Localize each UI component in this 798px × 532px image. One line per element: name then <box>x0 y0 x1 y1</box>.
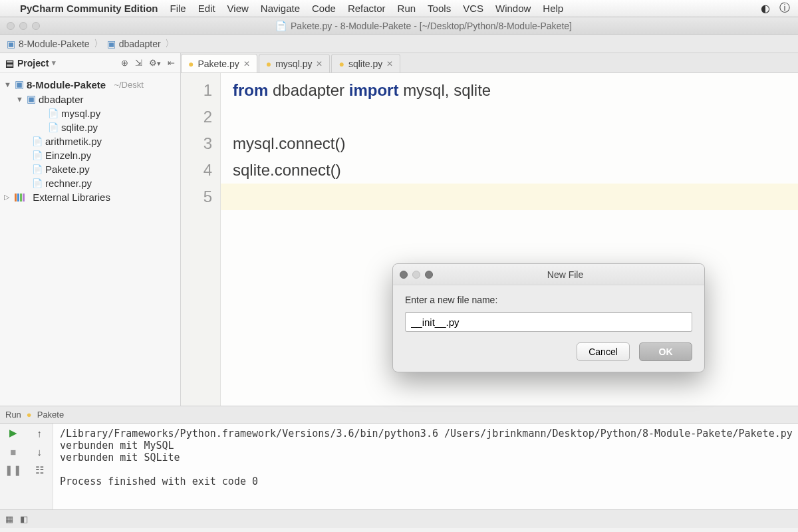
window-controls[interactable] <box>7 22 40 30</box>
expand-arrow-icon[interactable]: ▼ <box>4 80 12 88</box>
folder-icon: ▣ <box>107 39 116 49</box>
breadcrumb-root[interactable]: 8-Module-Pakete <box>19 39 90 49</box>
status-bar: ▦ ◧ <box>0 509 798 528</box>
tree-file[interactable]: 📄 sqlite.py <box>0 120 180 134</box>
window-title: Pakete.py - 8-Module-Pakete - [~/Desktop… <box>291 21 572 31</box>
python-file-icon: 📄 <box>32 164 43 174</box>
chevron-right-icon: 〉 <box>94 38 103 50</box>
window-titlebar: 📄Pakete.py - 8-Module-Pakete - [~/Deskto… <box>0 17 798 35</box>
tree-file[interactable]: 📄 rechner.py <box>0 176 180 190</box>
ok-button[interactable]: OK <box>639 342 692 361</box>
dialog-title: New File <box>433 269 698 280</box>
tree-folder[interactable]: ▼ ▣ dbadapter <box>0 92 180 106</box>
python-file-icon: ● <box>27 410 32 420</box>
menu-code[interactable]: Code <box>312 3 336 14</box>
status-info-icon[interactable]: ⓘ <box>779 1 790 15</box>
breadcrumb-child[interactable]: dbadapter <box>119 39 161 49</box>
project-sidebar: ▤ Project ▾ ⊕ ⇲ ⚙︎▾ ⇤ ▼ ▣ 8-Module-Paket… <box>0 53 181 406</box>
python-file-icon: 📄 <box>32 136 43 146</box>
tree-external-libs[interactable]: ▷ External Libraries <box>0 190 180 204</box>
mac-menubar: PyCharm Community Edition File Edit View… <box>0 0 798 17</box>
menu-refactor[interactable]: Refactor <box>348 3 386 14</box>
editor-tab[interactable]: ● sqlite.py ✕ <box>331 54 400 72</box>
gear-icon[interactable]: ⚙︎▾ <box>149 58 161 68</box>
target-icon[interactable]: ⊕ <box>121 58 128 68</box>
run-config-name: Pakete <box>37 410 64 420</box>
close-icon[interactable]: ✕ <box>386 59 393 68</box>
tree-file[interactable]: 📄 Pakete.py <box>0 162 180 176</box>
python-file-icon: ● <box>188 59 194 69</box>
line-number-gutter: 12345 <box>181 73 221 406</box>
python-file-icon: 📄 <box>32 178 43 188</box>
folder-icon: ▣ <box>15 78 24 90</box>
dialog-titlebar: New File <box>393 264 704 285</box>
layout-panels-icon[interactable]: ▦ <box>5 514 13 524</box>
document-icon: 📄 <box>275 21 287 31</box>
project-tree: ▼ ▣ 8-Module-Pakete ~/Deskt ▼ ▣ dbadapte… <box>0 73 180 208</box>
menu-tools[interactable]: Tools <box>428 3 451 14</box>
menu-help[interactable]: Help <box>543 3 563 14</box>
collapse-icon[interactable]: ⇲ <box>135 58 142 68</box>
run-toolbar: ▶ ↑ ■ ↓ ❚❚ ☷ <box>0 424 53 509</box>
tree-root[interactable]: ▼ ▣ 8-Module-Pakete ~/Deskt <box>0 77 180 92</box>
tree-file[interactable]: 📄 arithmetik.py <box>0 134 180 148</box>
close-icon[interactable]: ✕ <box>243 59 250 68</box>
creative-cloud-icon[interactable]: ◐ <box>761 2 770 15</box>
menu-file[interactable]: File <box>170 3 186 14</box>
dialog-prompt: Enter a new file name: <box>405 295 692 305</box>
chevron-down-icon[interactable]: ▾ <box>52 59 56 67</box>
tree-file[interactable]: 📄 Einzeln.py <box>0 148 180 162</box>
toggle-panels-icon[interactable]: ◧ <box>20 514 28 524</box>
breadcrumb: ▣ 8-Module-Pakete 〉 ▣ dbadapter 〉 <box>0 35 798 53</box>
chevron-right-icon: 〉 <box>165 38 174 50</box>
filename-input[interactable] <box>405 312 692 332</box>
hide-icon[interactable]: ⇤ <box>168 58 175 68</box>
run-label: Run <box>5 410 21 420</box>
run-icon[interactable]: ▶ <box>0 424 27 442</box>
editor-tab[interactable]: ● mysql.py ✕ <box>259 54 331 72</box>
python-file-icon: 📄 <box>48 122 59 132</box>
expand-arrow-icon[interactable]: ▷ <box>4 193 12 201</box>
project-tool-label[interactable]: ▤ Project ▾ <box>5 58 56 68</box>
stop-icon[interactable]: ■ <box>0 442 27 461</box>
pause-icon[interactable]: ❚❚ <box>0 461 27 479</box>
menu-vcs[interactable]: VCS <box>463 3 483 14</box>
folder-icon: ▣ <box>27 93 36 105</box>
editor-tab-strip: ● Pakete.py ✕ ● mysql.py ✕ ● sqlite.py ✕ <box>181 53 798 73</box>
down-stack-icon[interactable]: ↓ <box>27 442 53 461</box>
run-panel: ▶ ↑ ■ ↓ ❚❚ ☷ /Library/Frameworks/Python.… <box>0 423 798 509</box>
sidebar-toolbar: ▤ Project ▾ ⊕ ⇲ ⚙︎▾ ⇤ <box>0 53 180 73</box>
python-file-icon: ● <box>266 59 271 69</box>
cancel-button[interactable]: Cancel <box>577 342 630 361</box>
menu-window[interactable]: Window <box>495 3 531 14</box>
python-file-icon: ● <box>338 59 344 69</box>
python-file-icon: 📄 <box>32 150 43 160</box>
python-file-icon: 📄 <box>48 108 59 118</box>
libraries-icon <box>15 194 25 201</box>
menu-navigate[interactable]: Navigate <box>261 3 300 14</box>
menu-view[interactable]: View <box>227 3 249 14</box>
layout-icon[interactable]: ☷ <box>27 461 53 479</box>
folder-icon: ▣ <box>7 39 15 49</box>
dialog-window-controls[interactable] <box>400 271 433 279</box>
close-icon[interactable]: ✕ <box>316 59 323 68</box>
menu-run[interactable]: Run <box>398 3 416 14</box>
new-file-dialog: New File Enter a new file name: Cancel O… <box>392 263 705 372</box>
up-stack-icon[interactable]: ↑ <box>27 424 53 442</box>
project-icon: ▤ <box>5 58 14 68</box>
app-name[interactable]: PyCharm Community Edition <box>20 3 158 14</box>
tree-file[interactable]: 📄 mysql.py <box>0 106 180 120</box>
run-panel-header[interactable]: Run ● Pakete <box>0 406 798 423</box>
menu-edit[interactable]: Edit <box>198 3 215 14</box>
expand-arrow-icon[interactable]: ▼ <box>16 95 24 103</box>
console-output[interactable]: /Library/Frameworks/Python.framework/Ver… <box>53 424 798 509</box>
editor-tab[interactable]: ● Pakete.py ✕ <box>181 54 257 72</box>
